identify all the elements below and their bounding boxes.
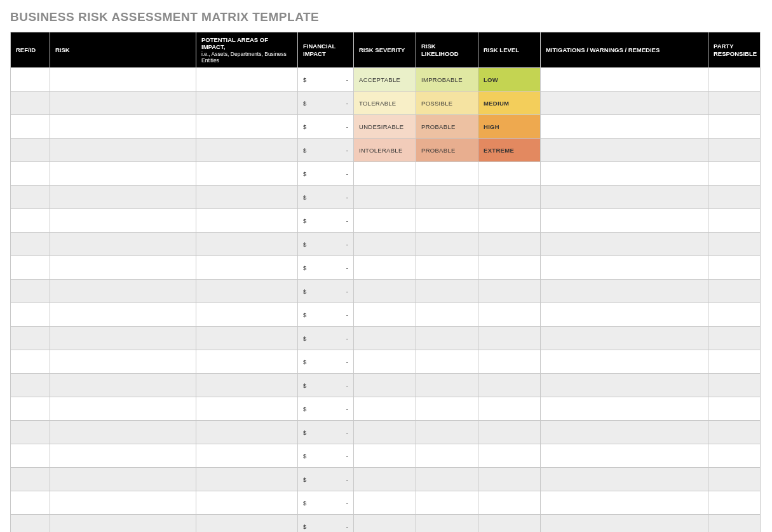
cell-impact-areas[interactable] [196, 162, 298, 186]
cell-likelihood[interactable] [416, 162, 478, 186]
cell-mitigations[interactable] [541, 515, 708, 532]
cell-severity[interactable] [354, 350, 416, 374]
cell-likelihood[interactable] [416, 186, 478, 209]
cell-severity[interactable] [354, 256, 416, 280]
cell-impact-areas[interactable] [196, 350, 298, 374]
cell-likelihood[interactable]: IMPROBABLE [416, 68, 478, 92]
cell-mitigations[interactable] [541, 280, 708, 303]
cell-level[interactable] [478, 327, 541, 350]
cell-financial[interactable]: $- [298, 444, 354, 468]
cell-party[interactable] [708, 233, 761, 256]
cell-severity[interactable] [354, 491, 416, 515]
cell-risk[interactable] [50, 92, 196, 115]
cell-financial[interactable]: $- [298, 139, 354, 162]
cell-ref[interactable] [11, 162, 50, 186]
cell-likelihood[interactable] [416, 350, 478, 374]
cell-severity[interactable] [354, 209, 416, 233]
cell-likelihood[interactable] [416, 280, 478, 303]
cell-risk[interactable] [50, 303, 196, 327]
cell-ref[interactable] [11, 397, 50, 421]
cell-severity[interactable] [354, 468, 416, 491]
cell-impact-areas[interactable] [196, 139, 298, 162]
cell-risk[interactable] [50, 327, 196, 350]
cell-severity[interactable] [354, 515, 416, 532]
cell-impact-areas[interactable] [196, 515, 298, 532]
cell-severity[interactable] [354, 303, 416, 327]
cell-mitigations[interactable] [541, 397, 708, 421]
cell-mitigations[interactable] [541, 303, 708, 327]
cell-impact-areas[interactable] [196, 68, 298, 92]
cell-ref[interactable] [11, 209, 50, 233]
cell-level[interactable] [478, 186, 541, 209]
cell-level[interactable]: HIGH [478, 115, 541, 139]
cell-financial[interactable]: $- [298, 303, 354, 327]
cell-mitigations[interactable] [541, 162, 708, 186]
cell-risk[interactable] [50, 233, 196, 256]
cell-ref[interactable] [11, 303, 50, 327]
cell-impact-areas[interactable] [196, 280, 298, 303]
cell-likelihood[interactable] [416, 515, 478, 532]
cell-mitigations[interactable] [541, 209, 708, 233]
cell-party[interactable] [708, 491, 761, 515]
cell-mitigations[interactable] [541, 374, 708, 397]
cell-risk[interactable] [50, 115, 196, 139]
cell-likelihood[interactable]: POSSIBLE [416, 92, 478, 115]
cell-mitigations[interactable] [541, 233, 708, 256]
cell-party[interactable] [708, 515, 761, 532]
cell-financial[interactable]: $- [298, 115, 354, 139]
cell-risk[interactable] [50, 444, 196, 468]
cell-mitigations[interactable] [541, 327, 708, 350]
cell-severity[interactable]: TOLERABLE [354, 92, 416, 115]
cell-level[interactable]: MEDIUM [478, 92, 541, 115]
cell-likelihood[interactable] [416, 256, 478, 280]
cell-ref[interactable] [11, 374, 50, 397]
cell-impact-areas[interactable] [196, 303, 298, 327]
cell-severity[interactable] [354, 280, 416, 303]
cell-party[interactable] [708, 186, 761, 209]
cell-ref[interactable] [11, 515, 50, 532]
cell-level[interactable] [478, 350, 541, 374]
cell-financial[interactable]: $- [298, 374, 354, 397]
cell-ref[interactable] [11, 186, 50, 209]
cell-party[interactable] [708, 374, 761, 397]
cell-impact-areas[interactable] [196, 186, 298, 209]
cell-severity[interactable]: INTOLERABLE [354, 139, 416, 162]
cell-impact-areas[interactable] [196, 468, 298, 491]
cell-financial[interactable]: $- [298, 68, 354, 92]
cell-party[interactable] [708, 303, 761, 327]
cell-party[interactable] [708, 256, 761, 280]
cell-impact-areas[interactable] [196, 92, 298, 115]
cell-risk[interactable] [50, 397, 196, 421]
cell-risk[interactable] [50, 209, 196, 233]
cell-severity[interactable] [354, 186, 416, 209]
cell-likelihood[interactable] [416, 327, 478, 350]
cell-party[interactable] [708, 139, 761, 162]
cell-ref[interactable] [11, 444, 50, 468]
cell-level[interactable] [478, 280, 541, 303]
cell-likelihood[interactable] [416, 468, 478, 491]
cell-risk[interactable] [50, 468, 196, 491]
cell-severity[interactable] [354, 327, 416, 350]
cell-level[interactable] [478, 444, 541, 468]
cell-level[interactable] [478, 397, 541, 421]
cell-level[interactable]: LOW [478, 68, 541, 92]
cell-impact-areas[interactable] [196, 256, 298, 280]
cell-risk[interactable] [50, 256, 196, 280]
cell-risk[interactable] [50, 491, 196, 515]
cell-impact-areas[interactable] [196, 233, 298, 256]
cell-ref[interactable] [11, 68, 50, 92]
cell-financial[interactable]: $- [298, 92, 354, 115]
cell-party[interactable] [708, 92, 761, 115]
cell-likelihood[interactable] [416, 209, 478, 233]
cell-level[interactable] [478, 303, 541, 327]
cell-party[interactable] [708, 421, 761, 444]
cell-party[interactable] [708, 350, 761, 374]
cell-mitigations[interactable] [541, 68, 708, 92]
cell-level[interactable] [478, 421, 541, 444]
cell-mitigations[interactable] [541, 256, 708, 280]
cell-mitigations[interactable] [541, 350, 708, 374]
cell-impact-areas[interactable] [196, 327, 298, 350]
cell-severity[interactable] [354, 397, 416, 421]
cell-party[interactable] [708, 468, 761, 491]
cell-mitigations[interactable] [541, 421, 708, 444]
